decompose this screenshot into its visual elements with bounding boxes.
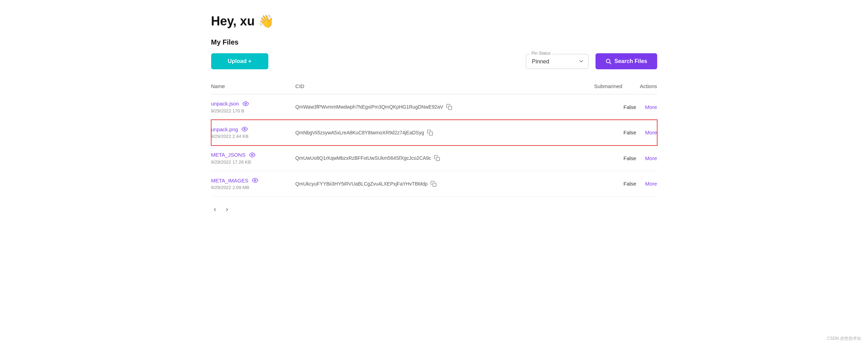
- file-name-link[interactable]: unpack.json: [211, 101, 239, 107]
- cid-cell: QmUwUo8Q1rKqwMbzxRzBFFxtUwSUkm564SfXgcJc…: [295, 155, 585, 161]
- files-table: Name CID Submarined Actions unpack.json …: [211, 80, 657, 197]
- cid-value: QmUkcyuFYYBii3HY5iRVUaBLCgZvu4LXEPxjFaYH…: [295, 181, 428, 187]
- more-button[interactable]: More: [645, 181, 657, 187]
- cid-cell: QmWaw3fPWvmmMwdwph7NEgxiPm3QmQKpHG1RugDN…: [295, 104, 585, 110]
- table-row: unpack.png 9/29/2022 2.44 KB QmNbgVii5zs…: [211, 120, 657, 146]
- pagination: ‹ ›: [211, 204, 657, 214]
- submarined-value: False: [585, 171, 636, 197]
- pin-status-label: Pin Status: [530, 51, 552, 56]
- file-name-link[interactable]: META_IMAGES: [211, 178, 248, 183]
- file-name-link[interactable]: unpack.png: [211, 126, 238, 132]
- table-row: META_JSONS 9/29/2022 17.26 KB QmUwUo8Q1r…: [211, 146, 657, 171]
- upload-button[interactable]: Upload +: [211, 53, 268, 69]
- submarined-value: False: [585, 120, 636, 146]
- svg-point-8: [254, 180, 256, 181]
- svg-rect-3: [448, 106, 452, 110]
- file-meta: 9/29/2022 170 B: [211, 108, 295, 113]
- copy-icon[interactable]: [434, 155, 440, 161]
- more-button[interactable]: More: [645, 130, 657, 135]
- cid-cell: QmNbgVii5zsywA5xLreA8KuC8Y8twmoXR9d2z74j…: [295, 130, 585, 136]
- col-header-actions: Actions: [636, 80, 657, 94]
- submarined-value: False: [585, 94, 636, 120]
- cid-value: QmWaw3fPWvmmMwdwph7NEgxiPm3QmQKpHG1RugDN…: [295, 104, 443, 110]
- svg-line-1: [610, 62, 611, 64]
- cid-value: QmUwUo8Q1rKqwMbzxRzBFFxtUwSUkm564SfXgcJc…: [295, 155, 431, 161]
- more-button[interactable]: More: [645, 104, 657, 110]
- next-page-button[interactable]: ›: [223, 204, 231, 214]
- eye-icon: [241, 127, 248, 133]
- table-row: META_IMAGES 9/29/2022 2.09 MB QmUkcyuFYY…: [211, 171, 657, 197]
- copy-icon[interactable]: [427, 130, 433, 136]
- file-name-link[interactable]: META_JSONS: [211, 152, 246, 158]
- copy-icon[interactable]: [430, 181, 437, 187]
- eye-icon: [243, 101, 249, 107]
- svg-point-4: [244, 128, 246, 130]
- svg-rect-5: [429, 132, 433, 135]
- eye-icon: [249, 152, 255, 158]
- svg-point-2: [245, 103, 246, 104]
- pin-status-select[interactable]: All Pinned Unpinned: [526, 54, 589, 69]
- greeting-text: Hey, xu 👋: [211, 14, 657, 29]
- search-files-label: Search Files: [614, 58, 647, 64]
- eye-icon: [252, 178, 258, 184]
- svg-point-6: [251, 154, 253, 156]
- svg-rect-9: [433, 183, 436, 187]
- col-header-submarined: Submarined: [585, 80, 636, 94]
- table-row: unpack.json 9/29/2022 170 B QmWaw3fPWvmm…: [211, 94, 657, 120]
- cid-cell: QmUkcyuFYYBii3HY5iRVUaBLCgZvu4LXEPxjFaYH…: [295, 181, 585, 187]
- file-meta: 9/29/2022 2.44 KB: [211, 134, 295, 139]
- copy-icon[interactable]: [446, 104, 452, 110]
- section-title: My Files: [211, 38, 657, 46]
- submarined-value: False: [585, 146, 636, 171]
- search-files-button[interactable]: Search Files: [596, 53, 657, 69]
- search-icon: [605, 58, 612, 64]
- pin-status-group: Pin Status All Pinned Unpinned: [526, 54, 589, 69]
- cid-value: QmNbgVii5zsywA5xLreA8KuC8Y8twmoXR9d2z74j…: [295, 130, 424, 135]
- prev-page-button[interactable]: ‹: [211, 204, 219, 214]
- file-meta: 9/29/2022 17.26 KB: [211, 159, 295, 165]
- more-button[interactable]: More: [645, 155, 657, 161]
- file-meta: 9/29/2022 2.09 MB: [211, 185, 295, 190]
- col-header-cid: CID: [295, 80, 585, 94]
- svg-rect-7: [436, 157, 440, 161]
- toolbar: Upload + Pin Status All Pinned Unpinned …: [211, 53, 657, 69]
- col-header-name: Name: [211, 80, 295, 94]
- watermark: CSDN @悠悠求知: [827, 336, 861, 342]
